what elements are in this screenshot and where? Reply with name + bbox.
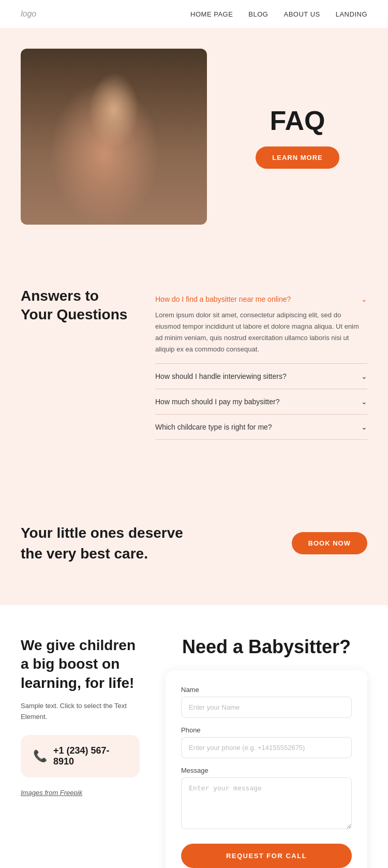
faq-answer-1: Lorem ipsum dolor sit amet, consectetur …: [155, 310, 367, 355]
faq-question-2: How should I handle interviewing sitters…: [155, 372, 287, 380]
faq-accordion: How do I find a babysitter near me onlin…: [155, 287, 367, 440]
name-input[interactable]: [181, 697, 352, 718]
name-group: Name: [181, 686, 352, 718]
navbar: logo HOME PAGE BLOG ABOUT US LANDING: [0, 0, 388, 28]
phone-label: Phone: [181, 726, 352, 734]
phone-icon: 📞: [33, 749, 47, 763]
faq-heading: Answers to Your Questions: [21, 287, 135, 440]
message-input[interactable]: [181, 777, 352, 829]
faq-item-3: How much should I pay my babysitter? ⌄: [155, 389, 367, 415]
contact-left-body: Sample text. Click to select the Text El…: [21, 701, 140, 723]
faq-item-1: How do I find a babysitter near me onlin…: [155, 287, 367, 364]
faq-item-2: How should I handle interviewing sitters…: [155, 364, 367, 389]
hero-right: FAQ LEARN MORE: [228, 105, 367, 169]
phone-input[interactable]: [181, 737, 352, 758]
chevron-down-icon-2: ⌄: [361, 372, 367, 380]
faq-item-4-header[interactable]: Which childcare type is right for me? ⌄: [155, 423, 367, 431]
learn-more-button[interactable]: LEARN MORE: [256, 146, 339, 169]
faq-item-2-header[interactable]: How should I handle interviewing sitters…: [155, 372, 367, 380]
contact-section: We give children a big boost on learning…: [0, 605, 388, 868]
nav-blog[interactable]: BLOG: [248, 10, 268, 18]
contact-form-heading: Need a Babysitter?: [166, 636, 367, 658]
message-group: Message: [181, 767, 352, 831]
faq-question-4: Which childcare type is right for me?: [155, 423, 272, 431]
image-credit: Images from Freepik: [21, 788, 140, 799]
hero-image: [21, 49, 207, 225]
cta-section: Your little ones deserve the very best c…: [0, 481, 388, 605]
hero-photo: [21, 49, 207, 225]
faq-item-4: Which childcare type is right for me? ⌄: [155, 415, 367, 440]
faq-title: Answers to Your Questions: [21, 287, 135, 325]
contact-left: We give children a big boost on learning…: [21, 636, 140, 811]
faq-section: Answers to Your Questions How do I find …: [0, 256, 388, 481]
phone-group: Phone: [181, 726, 352, 758]
nav-about[interactable]: ABOUT US: [283, 10, 320, 18]
cta-text: Your little ones deserve the very best c…: [21, 523, 183, 563]
chevron-down-icon-4: ⌄: [361, 423, 367, 431]
message-label: Message: [181, 767, 352, 774]
phone-card: 📞 +1 (234) 567-8910: [21, 735, 140, 777]
faq-question-1: How do I find a babysitter near me onlin…: [155, 295, 291, 303]
cta-headline: Your little ones deserve the very best c…: [21, 523, 183, 563]
nav-landing[interactable]: LANDING: [336, 10, 367, 18]
contact-left-headline: We give children a big boost on learning…: [21, 636, 140, 693]
phone-number: +1 (234) 567-8910: [53, 745, 127, 767]
chevron-down-icon-3: ⌄: [361, 398, 367, 406]
nav-homepage[interactable]: HOME PAGE: [190, 10, 233, 18]
contact-right: Need a Babysitter? Name Phone Message RE…: [166, 636, 367, 868]
hero-title: FAQ: [270, 105, 325, 136]
faq-question-3: How much should I pay my babysitter?: [155, 398, 279, 406]
book-now-button[interactable]: BOOK NOW: [292, 532, 367, 554]
nav-links: HOME PAGE BLOG ABOUT US LANDING: [190, 10, 367, 18]
chevron-up-icon: ⌄: [361, 295, 367, 303]
hero-section: FAQ LEARN MORE: [0, 28, 388, 256]
faq-item-1-header[interactable]: How do I find a babysitter near me onlin…: [155, 295, 367, 303]
name-label: Name: [181, 686, 352, 694]
contact-form-card: Name Phone Message REQUEST FOR CALL: [166, 670, 367, 868]
faq-item-3-header[interactable]: How much should I pay my babysitter? ⌄: [155, 398, 367, 406]
logo: logo: [21, 9, 36, 19]
request-call-button[interactable]: REQUEST FOR CALL: [181, 844, 352, 868]
